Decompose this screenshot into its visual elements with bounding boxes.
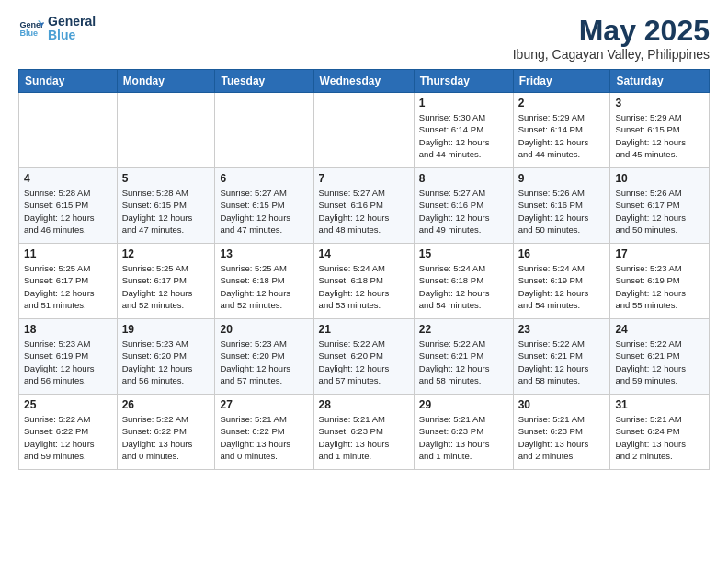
location: Ibung, Cagayan Valley, Philippines — [513, 47, 710, 62]
day-number: 9 — [518, 172, 606, 185]
day-number: 15 — [419, 247, 508, 260]
calendar-cell: 8Sunrise: 5:27 AMSunset: 6:16 PMDaylight… — [414, 168, 513, 244]
day-info: Sunrise: 5:24 AM — [518, 262, 606, 274]
day-info: and 47 minutes. — [220, 224, 308, 236]
day-info: Sunset: 6:17 PM — [615, 199, 704, 211]
day-info: and 50 minutes. — [518, 224, 606, 236]
day-number: 2 — [518, 97, 606, 109]
calendar-header-row: SundayMondayTuesdayWednesdayThursdayFrid… — [19, 70, 710, 93]
calendar-day-header: Saturday — [610, 70, 710, 93]
day-info: Daylight: 12 hours — [24, 362, 112, 374]
day-number: 16 — [518, 247, 606, 260]
day-info: Sunset: 6:21 PM — [518, 350, 606, 362]
calendar-day-header: Friday — [513, 70, 610, 93]
title-area: May 2025 Ibung, Cagayan Valley, Philippi… — [513, 15, 710, 62]
calendar-cell — [215, 93, 313, 168]
day-info: Daylight: 12 hours — [122, 287, 210, 299]
day-info: Sunset: 6:19 PM — [24, 350, 112, 362]
day-number: 19 — [122, 323, 210, 336]
day-number: 8 — [419, 172, 508, 185]
day-info: Sunrise: 5:22 AM — [122, 413, 210, 425]
day-info: Sunset: 6:15 PM — [122, 199, 210, 211]
calendar-cell — [117, 93, 215, 168]
calendar-cell: 6Sunrise: 5:27 AMSunset: 6:15 PMDaylight… — [215, 168, 313, 244]
day-info: and 55 minutes. — [615, 299, 704, 311]
day-info: Daylight: 12 hours — [122, 212, 210, 224]
day-info: Sunrise: 5:21 AM — [615, 413, 704, 425]
day-info: and 46 minutes. — [24, 224, 112, 236]
calendar-cell: 1Sunrise: 5:30 AMSunset: 6:14 PMDaylight… — [414, 93, 513, 168]
calendar-day-header: Wednesday — [313, 70, 414, 93]
day-number: 7 — [319, 172, 409, 185]
day-info: and 48 minutes. — [319, 224, 409, 236]
calendar-cell: 7Sunrise: 5:27 AMSunset: 6:16 PMDaylight… — [313, 168, 414, 244]
day-info: and 44 minutes. — [419, 148, 508, 160]
calendar-cell — [313, 93, 414, 168]
day-info: and 49 minutes. — [419, 224, 508, 236]
calendar-cell: 18Sunrise: 5:23 AMSunset: 6:19 PMDayligh… — [19, 319, 118, 395]
day-number: 14 — [319, 247, 409, 260]
day-number: 12 — [122, 247, 210, 260]
day-info: Daylight: 12 hours — [615, 212, 704, 224]
day-info: Sunrise: 5:23 AM — [122, 338, 210, 350]
day-info: Sunrise: 5:28 AM — [122, 187, 210, 199]
calendar-cell: 13Sunrise: 5:25 AMSunset: 6:18 PMDayligh… — [215, 244, 313, 319]
day-info: and 44 minutes. — [518, 148, 606, 160]
day-info: Sunset: 6:15 PM — [220, 199, 308, 211]
day-number: 23 — [518, 323, 606, 336]
day-info: and 1 minute. — [419, 450, 508, 462]
day-info: Daylight: 12 hours — [615, 287, 704, 299]
calendar-cell: 12Sunrise: 5:25 AMSunset: 6:17 PMDayligh… — [117, 244, 215, 319]
day-info: Sunset: 6:19 PM — [615, 274, 704, 286]
calendar-cell: 22Sunrise: 5:22 AMSunset: 6:21 PMDayligh… — [414, 319, 513, 395]
day-info: Sunrise: 5:21 AM — [319, 413, 409, 425]
calendar-cell: 14Sunrise: 5:24 AMSunset: 6:18 PMDayligh… — [313, 244, 414, 319]
calendar-cell: 24Sunrise: 5:22 AMSunset: 6:21 PMDayligh… — [610, 319, 710, 395]
day-info: and 2 minutes. — [615, 450, 704, 462]
calendar-cell: 21Sunrise: 5:22 AMSunset: 6:20 PMDayligh… — [313, 319, 414, 395]
day-number: 5 — [122, 172, 210, 185]
day-info: and 51 minutes. — [24, 299, 112, 311]
day-info: and 53 minutes. — [319, 299, 409, 311]
calendar-cell: 4Sunrise: 5:28 AMSunset: 6:15 PMDaylight… — [19, 168, 118, 244]
calendar-week-row: 1Sunrise: 5:30 AMSunset: 6:14 PMDaylight… — [19, 93, 710, 168]
day-info: Sunrise: 5:22 AM — [518, 338, 606, 350]
calendar-cell: 17Sunrise: 5:23 AMSunset: 6:19 PMDayligh… — [610, 244, 710, 319]
calendar-day-header: Thursday — [414, 70, 513, 93]
day-info: Sunset: 6:16 PM — [319, 199, 409, 211]
calendar-week-row: 18Sunrise: 5:23 AMSunset: 6:19 PMDayligh… — [19, 319, 710, 395]
day-info: Daylight: 12 hours — [220, 212, 308, 224]
day-info: and 52 minutes. — [122, 299, 210, 311]
day-info: and 50 minutes. — [615, 224, 704, 236]
day-number: 18 — [24, 323, 112, 336]
day-info: Daylight: 13 hours — [518, 438, 606, 450]
day-info: Sunrise: 5:24 AM — [319, 262, 409, 274]
day-info: Sunrise: 5:25 AM — [220, 262, 308, 274]
day-number: 20 — [220, 323, 308, 336]
day-info: Daylight: 12 hours — [419, 212, 508, 224]
day-info: Sunset: 6:17 PM — [122, 274, 210, 286]
day-info: and 58 minutes. — [518, 374, 606, 386]
day-info: Sunset: 6:14 PM — [419, 123, 508, 135]
day-info: and 47 minutes. — [122, 224, 210, 236]
day-number: 11 — [24, 247, 112, 260]
day-info: Sunrise: 5:30 AM — [419, 111, 508, 123]
day-number: 29 — [419, 398, 508, 411]
calendar-cell: 16Sunrise: 5:24 AMSunset: 6:19 PMDayligh… — [513, 244, 610, 319]
day-info: Sunrise: 5:28 AM — [24, 187, 112, 199]
calendar-cell: 25Sunrise: 5:22 AMSunset: 6:22 PMDayligh… — [19, 395, 118, 470]
calendar-cell: 5Sunrise: 5:28 AMSunset: 6:15 PMDaylight… — [117, 168, 215, 244]
day-number: 22 — [419, 323, 508, 336]
day-info: Sunrise: 5:22 AM — [419, 338, 508, 350]
day-info: Daylight: 12 hours — [419, 136, 508, 148]
day-info: Daylight: 12 hours — [615, 136, 704, 148]
calendar-cell: 10Sunrise: 5:26 AMSunset: 6:17 PMDayligh… — [610, 168, 710, 244]
day-info: Sunset: 6:22 PM — [220, 425, 308, 437]
day-number: 31 — [615, 398, 704, 411]
calendar-cell: 28Sunrise: 5:21 AMSunset: 6:23 PMDayligh… — [313, 395, 414, 470]
day-info: Daylight: 12 hours — [615, 362, 704, 374]
day-info: Sunrise: 5:26 AM — [518, 187, 606, 199]
logo: General Blue General Blue — [18, 15, 96, 43]
day-info: Daylight: 12 hours — [319, 212, 409, 224]
day-info: Sunset: 6:16 PM — [518, 199, 606, 211]
